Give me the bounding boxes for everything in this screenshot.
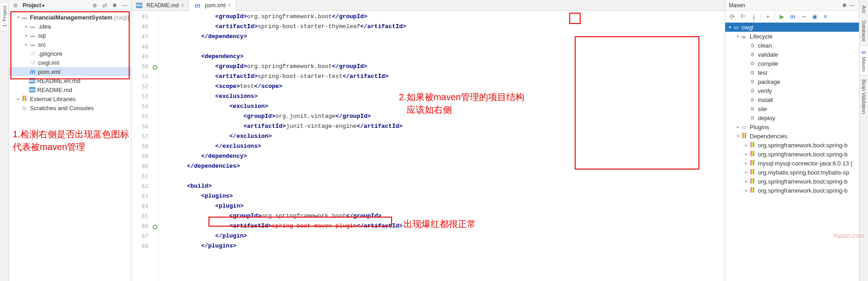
tree-label: cwgl.iml: [38, 59, 59, 66]
tree-arrow-icon[interactable]: ▸: [743, 170, 749, 174]
offline-icon[interactable]: ◉: [810, 12, 820, 22]
lifecycle-folder-icon: ▭⚙: [741, 33, 748, 40]
tree-arrow-icon[interactable]: ▸: [24, 42, 29, 47]
editor-gutter: ⊘ 45464748495051525354555657585960616263…: [131, 11, 159, 281]
code-line: <groupId>org.springframework.boot</group…: [159, 211, 725, 221]
maven-tree-row[interactable]: ⚙clean: [725, 41, 859, 50]
close-icon[interactable]: ×: [228, 2, 231, 9]
editor-area: MDREADME.md×mpom.xml× ⊘ 4546474849505152…: [131, 0, 725, 281]
code-line: <artifactId>spring-boot-starter-test</ar…: [159, 72, 725, 82]
maven-tree-row[interactable]: ▾Dependencies: [725, 131, 859, 140]
maven-settings-icon[interactable]: ✱: [841, 2, 848, 9]
tree-arrow-icon[interactable]: ▾: [15, 15, 21, 19]
maven-tree-label: clean: [758, 42, 772, 49]
maven-panel-title: Maven: [729, 2, 841, 9]
tree-arrow-icon[interactable]: ▸: [743, 179, 749, 184]
tree-arrow-icon[interactable]: ▸: [743, 143, 749, 147]
run-icon[interactable]: ▶: [777, 12, 787, 22]
tree-arrow-icon[interactable]: ▸: [24, 33, 29, 38]
expand-icon[interactable]: ⇄: [101, 2, 108, 9]
maven-tree-row[interactable]: ⚙compile: [725, 59, 859, 68]
maven-hide-icon[interactable]: —: [848, 2, 855, 9]
gutter-line: 57: [131, 131, 158, 141]
tree-arrow-icon[interactable]: ▸: [735, 125, 741, 129]
download-icon[interactable]: ⭳: [749, 12, 759, 22]
editor-tab[interactable]: mpom.xml×: [189, 0, 236, 11]
maven-tree-row[interactable]: ⚙install: [725, 95, 859, 104]
tree-arrow-icon[interactable]: ▸: [15, 97, 21, 101]
maven-tree-row[interactable]: ▾▭⚙Lifecycle: [725, 32, 859, 41]
project-dropdown[interactable]: Project: [23, 2, 44, 9]
maven-m-icon[interactable]: m: [788, 12, 798, 22]
tree-label: .idea: [38, 23, 51, 30]
tree-row[interactable]: 📄cwgl.iml: [9, 58, 131, 67]
tree-arrow-icon[interactable]: ▸: [743, 152, 749, 156]
close-icon[interactable]: ×: [181, 2, 184, 9]
right-rail-tab[interactable]: Ant: [860, 2, 868, 17]
add-icon[interactable]: +: [763, 12, 773, 22]
code-line: <groupId>org.junit.vintage</groupId>: [159, 111, 725, 121]
reload-icon[interactable]: ⟳: [727, 12, 737, 22]
tree-row[interactable]: MDREADME.en.md: [9, 76, 131, 85]
tree-arrow-icon[interactable]: ▾: [735, 34, 741, 39]
editor-tab[interactable]: MDREADME.md×: [131, 0, 189, 10]
show-deps-icon[interactable]: ≡: [820, 12, 830, 22]
project-tree[interactable]: ▾▬FinancialManagementSystem [cwgl]▸▬.ide…: [9, 11, 131, 114]
tree-row[interactable]: MDREADME.md: [9, 85, 131, 94]
maven-tree-row[interactable]: ⚙test: [725, 68, 859, 77]
goal-icon: ⚙: [749, 78, 756, 85]
right-rail-tab[interactable]: Bean Validation: [860, 76, 868, 117]
code-line: [159, 171, 725, 181]
gutter-line: 51: [131, 72, 158, 82]
maven-tree-label: org.springframework.boot:spring-b: [758, 178, 848, 185]
bean-icon[interactable]: [151, 223, 157, 229]
maven-tree-row[interactable]: ▸▭Plugins: [725, 122, 859, 131]
right-rail-tab[interactable]: mMaven: [860, 45, 868, 76]
maven-tree-row[interactable]: ▸org.springframework.boot:spring-b: [725, 150, 859, 159]
tree-arrow-icon[interactable]: ▾: [735, 134, 741, 138]
maven-tree-label: Dependencies: [750, 133, 787, 140]
tree-row[interactable]: ◎Scratches and Consoles: [9, 103, 131, 112]
maven-tree-row[interactable]: ⚙validate: [725, 50, 859, 59]
code-line: </dependency>: [159, 151, 725, 161]
maven-tree-row[interactable]: ▸org.springframework.boot:spring-b: [725, 186, 859, 195]
tree-row[interactable]: ▸▬.idea: [9, 22, 131, 31]
settings-icon[interactable]: ✱: [111, 2, 118, 9]
locate-icon[interactable]: ⊕: [91, 2, 98, 9]
hide-icon[interactable]: —: [121, 2, 128, 9]
maven-tree[interactable]: ▾▭cwgl▾▭⚙Lifecycle⚙clean⚙validate⚙compil…: [725, 23, 859, 281]
tree-row[interactable]: ▸External Libraries: [9, 94, 131, 103]
markdown-file-icon: MD: [29, 87, 35, 92]
bean-icon[interactable]: [151, 63, 157, 69]
tree-row[interactable]: 📄.gitignore: [9, 49, 131, 58]
tree-arrow-icon[interactable]: ▸: [743, 188, 749, 193]
editor-body: ⊘ 45464748495051525354555657585960616263…: [131, 11, 725, 281]
goal-icon: ⚙: [749, 87, 756, 94]
tree-row[interactable]: ▸▬sql: [9, 31, 131, 40]
generate-icon[interactable]: 🏳: [738, 12, 748, 22]
maven-tree-row[interactable]: ⚙package: [725, 77, 859, 86]
tree-row[interactable]: mpom.xml: [9, 67, 131, 76]
maven-tree-row[interactable]: ▸org.springframework.boot:spring-b: [725, 140, 859, 150]
maven-panel-header: Maven ✱ —: [725, 0, 859, 11]
maven-tree-row[interactable]: ▸org.springframework.boot:spring-b: [725, 177, 859, 186]
right-rail-tab[interactable]: Database: [860, 17, 868, 45]
code-line: <exclusion>: [159, 102, 725, 111]
skip-tests-icon[interactable]: ⥊: [799, 12, 809, 22]
code-view[interactable]: <groupId>org.springframework.boot</group…: [159, 11, 725, 281]
maven-tree-row[interactable]: ▸org.mybatis.spring.boot:mybatis-sp: [725, 168, 859, 177]
gutter-line: 61: [131, 171, 158, 181]
maven-tree-row[interactable]: ⚙site: [725, 104, 859, 113]
tree-row[interactable]: ▾▬FinancialManagementSystem [cwgl]: [9, 13, 131, 22]
maven-root[interactable]: ▾▭cwgl: [725, 23, 859, 32]
code-line: </dependencies>: [159, 161, 725, 171]
tree-row[interactable]: ▸▬src: [9, 40, 131, 49]
gutter-line: 58: [131, 141, 158, 151]
tree-arrow-icon[interactable]: ▸: [743, 161, 749, 165]
maven-tree-row[interactable]: ⚙verify: [725, 86, 859, 95]
maven-tree-row[interactable]: ▸mysql:mysql-connector-java:8.0.13 (: [725, 159, 859, 168]
gutter-line: 45: [131, 12, 158, 22]
project-rail-tab[interactable]: 1: Project: [1, 2, 8, 31]
tree-arrow-icon[interactable]: ▸: [24, 24, 29, 29]
maven-tree-row[interactable]: ⚙deploy: [725, 113, 859, 122]
